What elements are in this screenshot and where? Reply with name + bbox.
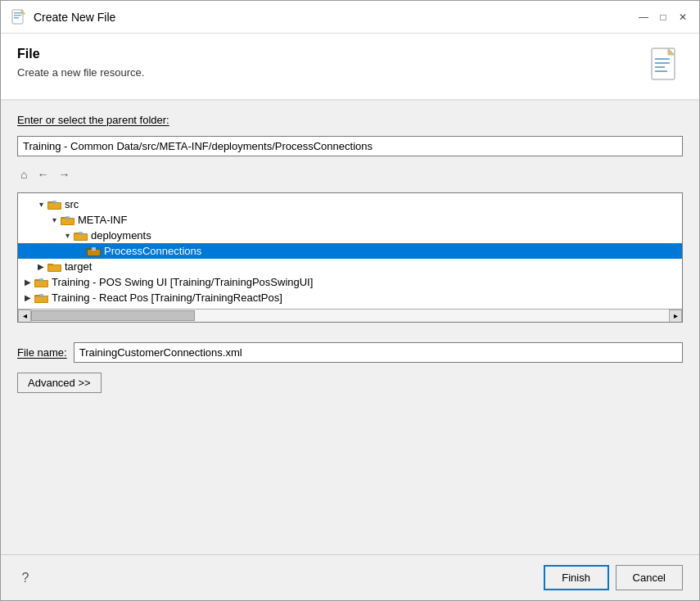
folder-path-input[interactable] (17, 136, 683, 156)
filename-label: File name: (17, 346, 67, 359)
tree-item-training-pos[interactable]: ▶ Training - POS Swing UI [Training/Trai… (18, 274, 682, 290)
title-bar: Create New File — □ ✕ (1, 1, 699, 34)
content-section: Enter or select the parent folder: ⌂ ← →… (1, 101, 699, 336)
svg-rect-22 (79, 232, 83, 235)
tree-item-meta-inf[interactable]: ▾ META-INF (18, 212, 682, 228)
tree-label-training-react: Training - React Pos [Training/TrainingR… (52, 291, 282, 304)
tree-toolbar: ⌂ ← → (17, 163, 683, 186)
tree-label-processconnections: ProcessConnections (104, 245, 201, 257)
folder-icon-meta-inf (61, 215, 75, 226)
title-bar-text: Create New File (34, 11, 630, 24)
tree-item-target[interactable]: ▶ target (18, 259, 682, 274)
tree-forward-button[interactable]: → (55, 166, 73, 183)
close-button[interactable]: ✕ (676, 11, 689, 24)
toggle-target[interactable]: ▶ (34, 262, 47, 271)
scroll-right-arrow[interactable]: ▸ (669, 310, 682, 323)
tree-label-deployments: deployments (91, 229, 151, 242)
header-title: File (17, 47, 144, 61)
advanced-button[interactable]: Advanced >> (17, 373, 102, 393)
horizontal-scrollbar[interactable]: ◂ ▸ (18, 309, 682, 322)
footer: ? Finish Cancel (1, 554, 699, 600)
svg-rect-18 (65, 216, 70, 219)
scroll-left-arrow[interactable]: ◂ (18, 310, 31, 323)
tree-item-deployments[interactable]: ▾ deployments (18, 228, 682, 243)
filename-section: File name: (1, 336, 699, 366)
toggle-training-react[interactable]: ▶ (21, 293, 34, 302)
svg-rect-36 (35, 296, 47, 302)
svg-rect-25 (88, 250, 100, 255)
folder-icon-processconnections (87, 246, 102, 257)
toggle-src[interactable]: ▾ (34, 200, 47, 209)
tree-item-processconnections[interactable]: ProcessConnections (18, 243, 682, 259)
tree-label-meta-inf: META-INF (78, 214, 127, 226)
svg-rect-32 (35, 281, 47, 287)
scroll-thumb[interactable] (31, 310, 195, 321)
tree-back-button[interactable]: ← (34, 166, 52, 183)
title-bar-controls: — □ ✕ (637, 11, 689, 24)
tree-container: ▾ src ▾ (17, 192, 683, 323)
header-description: Create a new file resource. (17, 66, 144, 79)
svg-rect-17 (61, 219, 74, 224)
svg-rect-3 (14, 17, 19, 19)
dialog-icon (11, 9, 27, 25)
svg-rect-33 (39, 278, 43, 282)
header-left: File Create a new file resource. (17, 47, 144, 79)
svg-rect-14 (52, 201, 56, 204)
toggle-processconnections (74, 246, 87, 255)
svg-rect-37 (39, 294, 43, 297)
folder-icon-training-react (34, 292, 49, 304)
empty-area (1, 406, 699, 554)
tree-label-target: target (65, 260, 92, 273)
folder-icon-src (47, 199, 62, 210)
folder-icon-target (47, 261, 62, 273)
svg-rect-26 (92, 247, 96, 251)
folder-label: Enter or select the parent folder: (17, 114, 683, 126)
toggle-deployments[interactable]: ▾ (61, 231, 74, 240)
svg-rect-1 (14, 12, 21, 14)
folder-icon-deployments (74, 230, 88, 242)
svg-rect-7 (655, 58, 670, 60)
footer-buttons: Finish Cancel (544, 565, 683, 590)
svg-rect-13 (48, 203, 61, 209)
cancel-button[interactable]: Cancel (616, 565, 683, 590)
tree-scroll-area[interactable]: ▾ src ▾ (18, 193, 682, 309)
folder-icon-training-pos (34, 277, 49, 288)
svg-rect-10 (655, 70, 667, 72)
header-file-icon (650, 47, 683, 86)
svg-rect-9 (655, 66, 665, 68)
help-button[interactable]: ? (17, 570, 34, 586)
toggle-meta-inf[interactable]: ▾ (47, 215, 61, 224)
tree-item-src[interactable]: ▾ src (18, 197, 682, 212)
advanced-section: Advanced >> (1, 366, 699, 406)
maximize-button[interactable]: □ (657, 11, 670, 24)
tree-home-button[interactable]: ⌂ (17, 166, 30, 183)
svg-rect-21 (75, 234, 87, 240)
svg-marker-4 (21, 10, 25, 14)
toggle-training-pos[interactable]: ▶ (21, 278, 34, 287)
tree-label-src: src (65, 198, 79, 210)
svg-rect-29 (48, 265, 61, 271)
tree-label-training-pos: Training - POS Swing UI [Training/Traini… (52, 276, 313, 288)
tree-item-training-react[interactable]: ▶ Training - React Pos [Training/Trainin… (18, 290, 682, 305)
finish-button[interactable]: Finish (544, 565, 609, 590)
svg-rect-8 (655, 62, 670, 64)
filename-input[interactable] (74, 342, 683, 363)
minimize-button[interactable]: — (637, 11, 650, 24)
svg-rect-2 (14, 15, 21, 16)
dialog: Create New File — □ ✕ File Create a new … (0, 0, 700, 601)
header-section: File Create a new file resource. (1, 34, 699, 101)
scroll-track[interactable] (31, 310, 669, 323)
